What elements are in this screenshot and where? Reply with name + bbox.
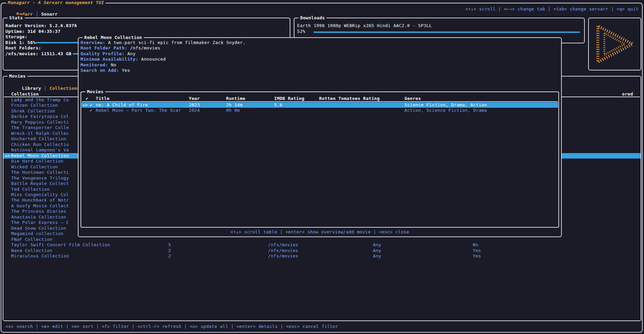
movies-table-header-underline xyxy=(82,101,558,102)
collection-name: Barbie Fairytopia Col xyxy=(11,114,69,119)
movies-table-rows: => ✔ ne: A Child of Fire 2023 2h 14m 5.6… xyxy=(82,102,558,113)
collection-name: The Hunchback of Notr xyxy=(11,197,69,203)
collection-root-folder: /nfs/movies xyxy=(268,253,298,259)
collection-name: Shrek Collection xyxy=(11,108,55,114)
collection-name: The Vengeance Trilogy xyxy=(11,175,69,181)
collection-row[interactable]: Miraculous Collection2/nfs/moviesAnyYes xyxy=(3,253,641,259)
download-item-title: Earth 1998 1080p WEBRip x265 Hindi AAC2.… xyxy=(297,23,432,28)
storage-label: Storage: xyxy=(5,34,27,39)
header-year: Year xyxy=(189,96,200,101)
collection-row[interactable]: Nana Collection2/nfs/moviesAnyYes xyxy=(3,248,641,253)
selection-arrow: => xyxy=(82,102,88,108)
tab-separator: │ xyxy=(44,86,47,91)
movie-year: 2024 xyxy=(189,108,200,113)
header-imdb-rating: IMDB Rating xyxy=(274,96,304,101)
collection-root-folder: /nfs/movies xyxy=(268,248,298,253)
collection-name: The Transporter Colle xyxy=(11,125,69,130)
collection-name: Miraculous Collection xyxy=(11,253,69,259)
app-title: Managarr - A Servarr management TUI xyxy=(6,0,106,5)
modal-help-bar: <↑↓> scroll table | <enter> show overvie… xyxy=(79,229,561,234)
field-label: Root Folder Path: xyxy=(81,45,127,50)
collection-name: Chicken Run Collectio xyxy=(11,142,69,147)
collection-name: The Princess Diaries xyxy=(11,209,66,214)
collection-name: Taylor Swift Concert Film Collection xyxy=(11,242,110,248)
monitored-column-header-partial: ored xyxy=(622,91,633,97)
movies-table-header-row: ✔ Title Year Runtime IMDB Rating Rotten … xyxy=(81,96,558,101)
top-help-bar: <↑↓> scroll | <←→> change tab | <tab> ch… xyxy=(465,6,639,12)
collection-name: Battle Royale Collect xyxy=(11,181,69,186)
field-value: Any xyxy=(127,51,135,56)
tab-separator: │ xyxy=(36,12,38,17)
movie-monitored-check: ✔ xyxy=(90,108,92,113)
field-value: Announced xyxy=(141,57,166,62)
field-value: A two-part sci-fi epic from filmmaker Za… xyxy=(108,40,245,45)
field-label: Search on Add: xyxy=(81,68,119,73)
collection-quality-profile: Any xyxy=(373,242,381,248)
collection-name: Rebel Moon Collection xyxy=(11,153,69,159)
movie-runtime: 2h 14m xyxy=(226,102,243,108)
collection-quality-profile: Any xyxy=(373,248,381,253)
collection-row[interactable]: Taylor Swift Concert Film Collection5/nf… xyxy=(3,242,641,248)
movie-genres: Action, Science Fiction, Drama xyxy=(404,108,487,113)
field-root-folder: Root Folder Path: /nfs/movies xyxy=(81,45,246,51)
modal-title: Rebel Moon Collection xyxy=(83,35,144,40)
disk-usage: Disk 1: 56% xyxy=(5,40,36,45)
field-overview: Overview: A two-part sci-fi epic from fi… xyxy=(81,40,246,45)
movies-panel-title: Movies xyxy=(7,73,27,79)
tab-collections[interactable]: Collections xyxy=(49,86,80,91)
selection-arrow: => xyxy=(5,153,10,159)
collection-quality-profile: Any xyxy=(373,253,381,259)
field-value: No xyxy=(111,62,116,67)
collection-name: Dead Snow Collection xyxy=(11,226,66,231)
movie-genres: Science Fiction, Drama, Action xyxy=(404,102,487,108)
stats-panel-title: Stats xyxy=(7,15,25,21)
collection-monitored: Yes xyxy=(473,248,481,253)
header-runtime: Runtime xyxy=(226,96,245,101)
collection-row[interactable]: FNaF Collection xyxy=(3,237,641,242)
download-percent: 52% xyxy=(297,29,305,34)
movie-row[interactable]: ✔ Rebel Moon – Part Two: The Scar 2024 0… xyxy=(82,108,558,113)
movie-year: 2023 xyxy=(189,102,200,108)
collection-name: Wicked Collection xyxy=(11,164,58,170)
collection-name: The Polar Express – C xyxy=(11,220,69,225)
managarr-app: Managarr - A Servarr management TUI Rada… xyxy=(0,0,644,334)
field-label: Minimum Availability: xyxy=(81,57,138,62)
radarr-version: Radarr Version: 5.2.6.8376 xyxy=(5,23,77,28)
modal-movies-table: Movies ✔ Title Year Runtime IMDB Rating … xyxy=(81,91,559,228)
collection-monitored: Yes xyxy=(473,253,481,259)
header-genres: Genres xyxy=(404,96,421,101)
collection-name: FNaF Collection xyxy=(11,237,52,242)
collection-name: Lady and the Tramp Co xyxy=(11,97,69,103)
collection-name: Mary Poppins Collecti xyxy=(11,120,69,125)
field-search-on-add: Search on Add: Yes xyxy=(81,68,246,73)
field-quality-profile: Quality Profile: Any xyxy=(81,51,246,57)
collection-name: Miss Congeniality Col xyxy=(11,192,69,197)
movie-runtime: 0h 0m xyxy=(226,108,240,113)
collection-name: Ted Collection xyxy=(11,187,50,192)
field-value: Yes xyxy=(122,68,130,73)
collection-details-modal: Rebel Moon Collection Overview: A two-pa… xyxy=(78,37,562,237)
collection-name: A Goofy Movie Collect xyxy=(11,203,69,209)
field-label: Monitored: xyxy=(81,62,108,67)
field-value: /nfs/movies xyxy=(130,45,160,50)
managarr-logo-icon xyxy=(592,23,638,65)
tab-sonarr[interactable]: Sonarr xyxy=(41,12,58,17)
header-title: Title xyxy=(96,96,110,101)
collection-movie-count: 2 xyxy=(168,248,171,253)
collection-movie-count: 5 xyxy=(168,242,171,248)
movie-row-selected[interactable]: => ✔ ne: A Child of Fire 2023 2h 14m 5.6… xyxy=(82,102,558,108)
collection-name: Uncharted Collection xyxy=(11,136,66,142)
collection-name: Die Hard Collection xyxy=(11,159,63,164)
collection-name: Wreck-It Ralph Collec xyxy=(11,131,69,136)
header-monitored-check: ✔ xyxy=(86,96,88,101)
movie-monitored-check: ✔ xyxy=(90,102,92,108)
movie-title: Rebel Moon – Part Two: The Scar xyxy=(96,108,181,113)
field-label: Quality Profile: xyxy=(81,51,125,56)
collection-movie-count: 2 xyxy=(168,253,171,259)
collection-root-folder: /nfs/movies xyxy=(268,242,298,248)
bottom-help-bar: <s> search | <e> edit | <o> sort | <f> f… xyxy=(5,324,338,329)
field-monitored: Monitored: No xyxy=(81,62,246,68)
collection-name: The Huntsman Collecti xyxy=(11,170,69,175)
collection-name: National Lampoon's Va xyxy=(11,147,69,153)
tab-library[interactable]: Library xyxy=(22,86,41,91)
